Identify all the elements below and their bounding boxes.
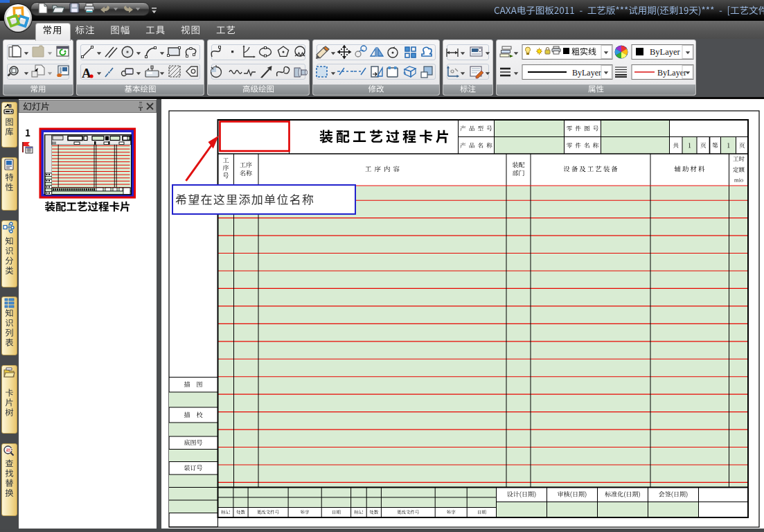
svg-text:ByLayer: ByLayer [572, 68, 601, 78]
svg-text:A: A [82, 66, 91, 80]
svg-text:ABC: ABC [6, 448, 13, 452]
svg-text:ByLayer: ByLayer [650, 47, 681, 57]
